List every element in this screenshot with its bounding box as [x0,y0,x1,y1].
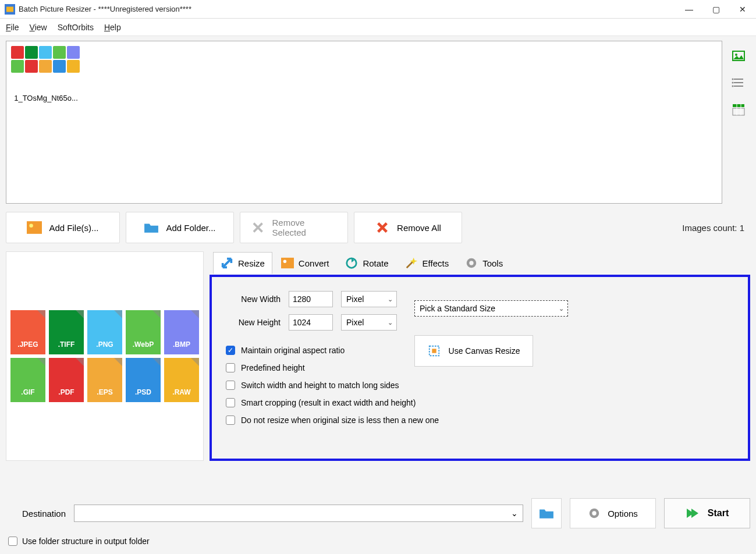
tab-effects[interactable]: Effects [397,252,457,274]
format-tile-pdf: .PDF [49,358,84,402]
use-canvas-resize-button[interactable]: Use Canvas Resize [414,335,533,367]
new-width-input[interactable] [289,291,333,307]
format-tile-png: .PNG [87,310,122,354]
svg-point-3 [735,54,737,56]
menu-file[interactable]: File [6,23,19,32]
remove-icon [251,221,265,234]
minimize-button[interactable]: — [676,0,702,19]
new-width-label: New Width [222,294,281,304]
predefined-height-checkbox[interactable] [226,363,235,372]
tools-icon [465,257,478,269]
svg-point-8 [732,82,734,84]
list-view-icon[interactable] [732,76,746,90]
preview-item-name: 1_TOsMg_Nt65o... [11,94,81,102]
start-icon [686,507,700,519]
remove-all-button[interactable]: Remove All [354,212,462,243]
chevron-down-icon: ⌄ [559,305,564,312]
tab-convert[interactable]: Convert [274,252,337,274]
rotate-icon [345,257,358,269]
svg-rect-11 [733,108,744,115]
switch-sides-checkbox[interactable] [226,381,235,390]
chevron-down-icon: ⌄ [511,509,518,518]
file-toolbar: Add File(s)... Add Folder... Remove Sele… [6,212,750,243]
menu-view[interactable]: View [30,23,47,32]
preview-area[interactable]: 1_TOsMg_Nt65o... [6,41,722,204]
no-resize-smaller-checkbox[interactable] [226,416,235,425]
smart-cropping-checkbox[interactable] [226,398,235,407]
add-folder-button[interactable]: Add Folder... [126,212,234,243]
window-title: Batch Picture Resizer - ****Unregistered… [19,5,676,13]
remove-selected-button[interactable]: Remove Selected [240,212,348,243]
gear-icon [588,507,601,520]
format-tile-psd: .PSD [126,358,161,402]
standard-size-select[interactable]: Pick a Standard Size⌄ [414,300,568,317]
preview-item[interactable]: 1_TOsMg_Nt65o... [11,46,81,102]
resize-panel: New Width Pixel⌄ New Height Pixel⌄ Pick … [210,275,750,461]
chevron-down-icon: ⌄ [388,296,393,303]
thumbnail-icon [11,46,81,73]
svg-rect-22 [432,349,436,353]
maximize-button[interactable]: ▢ [702,0,729,19]
svg-rect-1 [6,6,13,12]
remove-all-icon [375,221,390,234]
height-unit-select[interactable]: Pixel⌄ [341,314,397,331]
format-tile-eps: .EPS [87,358,122,402]
canvas-icon [428,345,441,357]
tab-resize[interactable]: Resize [213,252,272,274]
svg-point-20 [470,261,474,265]
svg-rect-16 [281,258,294,268]
image-icon [27,221,42,234]
use-folder-structure-label: Use folder structure in output folder [22,537,150,546]
options-button[interactable]: Options [570,498,656,528]
new-height-label: New Height [222,318,281,327]
maintain-aspect-checkbox[interactable] [226,346,235,355]
format-tile-webp: .WebP [126,310,161,354]
start-button[interactable]: Start [664,498,750,528]
close-button[interactable]: ✕ [729,0,756,19]
menubar: File View SoftOrbits Help [0,19,756,36]
chevron-down-icon: ⌄ [388,319,393,326]
svg-point-17 [283,260,287,264]
svg-point-7 [732,79,734,80]
format-tile-gif: .GIF [10,358,45,402]
svg-point-9 [732,86,734,87]
grid-view-icon[interactable] [732,102,746,116]
tab-tools[interactable]: Tools [457,252,510,274]
svg-point-24 [592,511,596,515]
folder-icon [144,221,159,234]
svg-rect-10 [733,104,744,107]
format-tile-jpeg: .JPEG [10,310,45,354]
titlebar: Batch Picture Resizer - ****Unregistered… [0,0,756,19]
thumbnails-view-icon[interactable] [732,49,746,63]
new-height-input[interactable] [289,314,333,331]
tab-rotate[interactable]: Rotate [338,252,396,274]
svg-rect-14 [27,221,42,234]
format-tile-bmp: .BMP [164,310,199,354]
use-folder-structure-checkbox[interactable] [8,537,17,546]
browse-folder-button[interactable] [531,498,562,528]
add-file-button[interactable]: Add File(s)... [6,212,120,243]
folder-open-icon [539,507,554,520]
svg-point-15 [30,224,34,228]
menu-softorbits[interactable]: SoftOrbits [58,23,94,32]
format-tile-tiff: .TIFF [49,310,84,354]
format-tile-raw: .RAW [164,358,199,402]
destination-select[interactable]: ⌄ [74,505,523,522]
width-unit-select[interactable]: Pixel⌄ [341,291,397,307]
app-icon [5,4,15,15]
view-mode-bar [727,41,750,204]
tabs: Resize Convert Rotate Effects Tools [210,251,750,275]
formats-preview: .JPEG.TIFF.PNG.WebP.BMP.GIF.PDF.EPS.PSD.… [6,251,204,461]
destination-label: Destination [6,509,66,519]
images-count-label: Images count: 1 [682,223,750,233]
menu-help[interactable]: Help [104,23,121,32]
effects-icon [405,257,418,269]
convert-icon [281,257,294,269]
resize-icon [221,257,233,269]
footer: Destination ⌄ Options Start [6,498,750,528]
